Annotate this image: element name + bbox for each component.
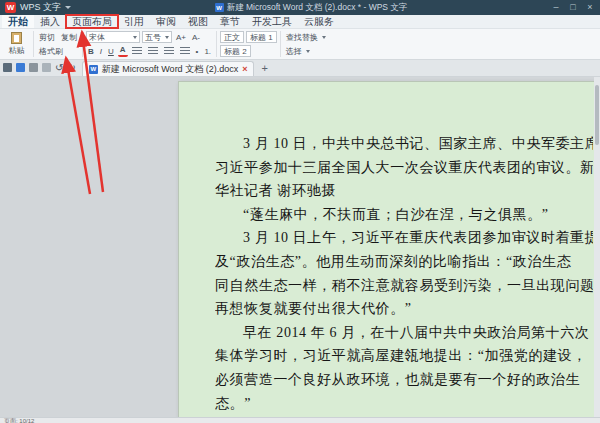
ribbon-divider xyxy=(33,31,34,57)
grow-font-button[interactable]: A+ xyxy=(174,31,188,43)
ribbon-divider xyxy=(280,31,281,57)
print-preview-icon[interactable] xyxy=(42,63,51,72)
tab-developer[interactable]: 开发工具 xyxy=(246,15,298,28)
justify-icon xyxy=(180,47,190,55)
app-name[interactable]: WPS 文字 xyxy=(20,1,61,14)
page-text: 3 月 10 日，中共中央总书记、国家主席、中央军委主席 习近平参加十三届全国人… xyxy=(215,132,593,417)
align-left-button[interactable] xyxy=(130,45,144,57)
bold-button[interactable]: B xyxy=(86,45,96,57)
page-indicator: 页面: 10/12 xyxy=(4,418,34,423)
document-icon: W xyxy=(215,3,224,12)
tab-cloud[interactable]: 云服务 xyxy=(298,15,340,28)
vertical-scrollbar[interactable] xyxy=(594,77,600,417)
doc-line: “蓬生麻中，不扶而直；白沙在涅，与之俱黑。” xyxy=(215,203,593,227)
shrink-font-button[interactable]: A- xyxy=(190,31,202,43)
italic-button[interactable]: I xyxy=(98,45,104,57)
font-size-combobox[interactable]: 五号 xyxy=(142,31,172,43)
window-title: 新建 Microsoft Word 文档 (2).docx * - WPS 文字 xyxy=(227,2,408,14)
style-normal[interactable]: 正文 xyxy=(220,31,244,43)
tab-references[interactable]: 引用 xyxy=(118,15,150,28)
doc-line: 必须营造一个良好从政环境，也就是要有一个好的政治生 xyxy=(215,368,593,392)
tab-section[interactable]: 章节 xyxy=(214,15,246,28)
tab-review[interactable]: 审阅 xyxy=(150,15,182,28)
window-controls: – □ × xyxy=(551,0,595,15)
doc-line: 同自然生态一样，稍不注意就容易受到污染，一旦出现问题 xyxy=(215,274,593,298)
scrollbar-thumb[interactable] xyxy=(595,85,599,145)
underline-button[interactable]: U xyxy=(106,45,116,57)
doc-line: 集体学习时，习近平就高屋建瓴地提出：“加强党的建设， xyxy=(215,344,593,368)
tab-page-layout[interactable]: 页面布局 xyxy=(66,15,118,28)
minimize-button[interactable]: – xyxy=(551,0,561,15)
chevron-down-icon xyxy=(306,50,310,53)
font-size-value: 五号 xyxy=(145,32,161,43)
doc-line: 态。” xyxy=(215,392,593,416)
close-button[interactable]: × xyxy=(585,0,595,15)
ribbon-divider xyxy=(82,31,83,57)
align-left-icon xyxy=(132,47,142,55)
chevron-down-icon xyxy=(133,36,137,39)
bullets-button[interactable]: • xyxy=(194,45,201,57)
doc-line: 华社记者 谢环驰摄 xyxy=(215,179,593,203)
font-name-combobox[interactable]: 宋体 xyxy=(86,31,140,43)
document-page[interactable]: 3 月 10 日，中共中央总书记、国家主席、中央军委主席 习近平参加十三届全国人… xyxy=(178,81,600,417)
tab-home[interactable]: 开始 xyxy=(2,15,34,28)
document-tab-bar: ↺ ↻ W 新建 Microsoft Word 文档 (2).docx × + xyxy=(0,60,600,77)
wps-writer-window: { "window": { "app_name": "WPS 文字", "tit… xyxy=(0,0,600,423)
window-title-area: W 新建 Microsoft Word 文档 (2).docx * - WPS … xyxy=(75,2,547,14)
paste-button[interactable]: 粘贴 xyxy=(3,30,30,58)
chevron-down-icon[interactable] xyxy=(65,6,71,9)
format-painter-button[interactable]: 格式刷 xyxy=(37,45,65,57)
justify-button[interactable] xyxy=(178,45,192,57)
clipboard-icon xyxy=(11,32,22,44)
wps-logo-icon: W xyxy=(5,2,16,13)
doc-line: 早在 2014 年 6 月，在十八届中共中央政治局第十六次 xyxy=(215,321,593,345)
ribbon-tab-bar: 开始 插入 页面布局 引用 审阅 视图 章节 开发工具 云服务 xyxy=(0,15,600,29)
undo-icon[interactable]: ↺ xyxy=(55,63,63,73)
find-replace-button[interactable]: 查找替换 xyxy=(284,31,320,43)
copy-button[interactable]: 复制 xyxy=(59,31,79,43)
ribbon: 粘贴 剪切 复制 格式刷 宋体 五号 A+ A- B I U xyxy=(0,29,600,60)
align-right-icon xyxy=(164,47,174,55)
document-tab-label: 新建 Microsoft Word 文档 (2).docx xyxy=(102,63,238,76)
chevron-down-icon xyxy=(322,36,326,39)
doc-line: 3 月 10 日上午，习近平在重庆代表团参加审议时着重提 xyxy=(215,226,593,250)
cut-button[interactable]: 剪切 xyxy=(37,31,57,43)
redo-icon[interactable]: ↻ xyxy=(67,63,75,73)
numbering-button[interactable]: 1. xyxy=(202,45,213,57)
quick-access-toolbar: ↺ ↻ xyxy=(3,59,79,76)
doc-line: 再想恢复就要付出很大代价。” xyxy=(215,297,593,321)
font-name-value: 宋体 xyxy=(89,32,105,43)
menu-icon[interactable] xyxy=(3,63,12,72)
select-button[interactable]: 选择 xyxy=(284,45,304,57)
align-center-button[interactable] xyxy=(146,45,160,57)
document-tab[interactable]: W 新建 Microsoft Word 文档 (2).docx × xyxy=(82,61,255,76)
doc-line: 习近平参加十三届全国人大一次会议重庆代表团的审议。新 xyxy=(215,156,593,180)
tab-view[interactable]: 视图 xyxy=(182,15,214,28)
close-tab-icon[interactable]: × xyxy=(242,64,247,74)
ribbon-divider xyxy=(216,31,217,57)
word-doc-icon: W xyxy=(89,65,98,74)
title-bar: W WPS 文字 W 新建 Microsoft Word 文档 (2).docx… xyxy=(0,0,600,15)
style-heading2[interactable]: 标题 2 xyxy=(220,45,251,57)
align-center-icon xyxy=(148,47,158,55)
doc-line: 3 月 10 日，中共中央总书记、国家主席、中央军委主席 xyxy=(215,132,593,156)
style-heading1[interactable]: 标题 1 xyxy=(246,31,277,43)
chevron-down-icon xyxy=(165,36,169,39)
new-tab-button[interactable]: + xyxy=(257,61,271,76)
font-color-button[interactable]: A xyxy=(118,45,128,57)
document-area: 3 月 10 日，中共中央总书记、国家主席、中央军委主席 习近平参加十三届全国人… xyxy=(0,77,600,417)
paste-label: 粘贴 xyxy=(9,45,25,56)
save-icon[interactable] xyxy=(16,63,25,72)
status-bar: 页面: 10/12 xyxy=(0,417,600,423)
tab-insert[interactable]: 插入 xyxy=(34,15,66,28)
maximize-button[interactable]: □ xyxy=(568,0,578,15)
print-icon[interactable] xyxy=(29,63,38,72)
align-right-button[interactable] xyxy=(162,45,176,57)
doc-line: 及“政治生态”。他用生动而深刻的比喻指出：“政治生态 xyxy=(215,250,593,274)
